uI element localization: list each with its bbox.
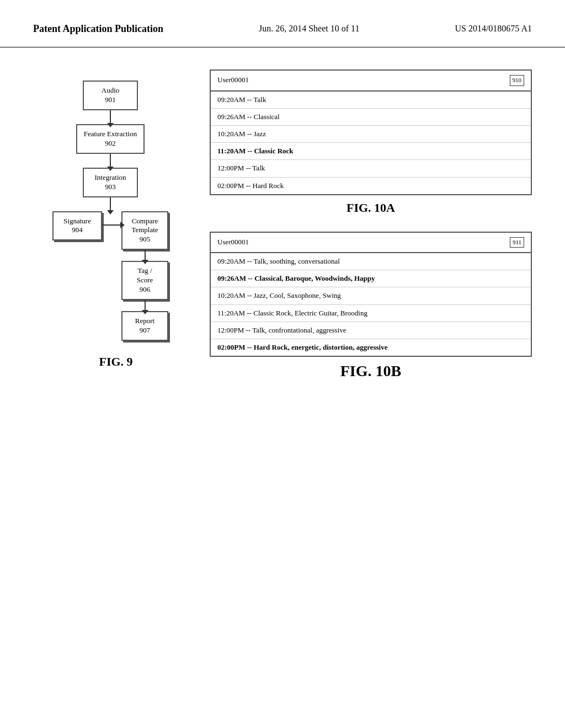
sheet-info: Jun. 26, 2014 Sheet 10 of 11 xyxy=(259,22,360,35)
fig10b-row5: 12:00PM -- Talk, confrontational, aggres… xyxy=(211,322,531,339)
patent-number: US 2014/0180675 A1 xyxy=(455,22,532,35)
table-row: 09:20AM -- Talk xyxy=(211,91,531,109)
table-row: 09:26AM -- Classical, Baroque, Woodwinds… xyxy=(211,270,531,287)
fig9-label: FIG. 9 xyxy=(99,355,132,369)
fig10b-row3: 10:20AM -- Jazz, Cool, Saxophone, Swing xyxy=(211,287,531,304)
fig10a-badge: 910 xyxy=(510,75,525,85)
fig10b-container: User00001 911 09:20AM -- Talk, soothing,… xyxy=(210,232,532,381)
table-row: 10:20AM -- Jazz, Cool, Saxophone, Swing xyxy=(211,287,531,304)
fig10a-row4: 11:20AM -- Classic Rock xyxy=(211,143,531,160)
fig10a-row6: 02:00PM -- Hard Rock xyxy=(211,177,531,194)
arrow-sig-to-compare xyxy=(102,224,121,226)
table-row: 02:00PM -- Hard Rock, energetic, distort… xyxy=(211,339,531,356)
table-row: 10:20AM -- Jazz xyxy=(211,125,531,142)
fig10b-table: User00001 911 09:20AM -- Talk, soothing,… xyxy=(211,233,531,356)
fig10b-badge: 911 xyxy=(510,237,524,248)
fig10a-row2: 09:26AM -- Classical xyxy=(211,108,531,125)
audio-label: Audio901 xyxy=(102,86,120,104)
fig10b-header-row: User00001 911 xyxy=(211,233,531,253)
table-row: 11:20AM -- Classic Rock, Electric Guitar… xyxy=(211,304,531,322)
table-row: 12:00PM -- Talk, confrontational, aggres… xyxy=(211,322,531,339)
fig10b-user-header: User00001 911 xyxy=(211,233,531,253)
page-header: Patent Application Publication Jun. 26, … xyxy=(0,0,565,47)
arrow-tag-to-report xyxy=(145,300,146,311)
table-row: 02:00PM -- Hard Rock xyxy=(211,177,531,194)
fig10b-row1: 09:20AM -- Talk, soothing, conversationa… xyxy=(211,253,531,270)
tag-score-box: Tag /Score906 xyxy=(121,261,168,300)
fig10b-label: FIG. 10B xyxy=(210,362,532,380)
arrow-feature-to-integration xyxy=(110,154,111,168)
table-row: 11:20AM -- Classic Rock xyxy=(211,143,531,160)
fig10a-row5: 12:00PM -- Talk xyxy=(211,160,531,177)
table-row: 09:26AM -- Classical xyxy=(211,108,531,125)
fig10b-row2: 09:26AM -- Classical, Baroque, Woodwinds… xyxy=(211,270,531,287)
fig10b-row6: 02:00PM -- Hard Rock, energetic, distort… xyxy=(211,339,531,356)
audio-box: Audio901 xyxy=(83,81,138,110)
publication-title: Patent Application Publication xyxy=(33,22,163,36)
fig10b-row4: 11:20AM -- Classic Rock, Electric Guitar… xyxy=(211,304,531,322)
fig10a-table: User00001 910 09:20AM -- Talk 09:26AM --… xyxy=(211,71,531,194)
main-content: Audio901 Feature Extraction902 Integrati… xyxy=(0,47,565,402)
fig10-area: User00001 910 09:20AM -- Talk 09:26AM --… xyxy=(210,69,532,380)
fig10a-row3: 10:20AM -- Jazz xyxy=(211,125,531,142)
fig9-area: Audio901 Feature Extraction902 Integrati… xyxy=(33,69,188,380)
arrow-integration-to-signature xyxy=(110,197,111,211)
integration-box: Integration903 xyxy=(83,168,138,197)
fig10a-row1: 09:20AM -- Talk xyxy=(211,91,531,109)
signature-box: Signature904 xyxy=(52,211,102,241)
fig10a-user-header: User00001 910 xyxy=(211,71,531,90)
arrow-compare-to-tag xyxy=(145,250,146,261)
fig10a-label: FIG. 10A xyxy=(210,201,532,215)
table-row: 09:20AM -- Talk, soothing, conversationa… xyxy=(211,253,531,270)
fig10a-table-container: User00001 910 09:20AM -- Talk 09:26AM --… xyxy=(210,69,532,195)
feature-extraction-label: Feature Extraction902 xyxy=(84,130,137,147)
fig10a-header-row: User00001 910 xyxy=(211,71,531,90)
integration-label: Integration903 xyxy=(94,173,126,191)
fig10b-table-container: User00001 911 09:20AM -- Talk, soothing,… xyxy=(210,232,532,357)
fig10a-container: User00001 910 09:20AM -- Talk 09:26AM --… xyxy=(210,69,532,215)
feature-extraction-box: Feature Extraction902 xyxy=(76,124,145,154)
table-row: 12:00PM -- Talk xyxy=(211,160,531,177)
arrow-audio-to-feature xyxy=(110,110,111,124)
report-box: Report907 xyxy=(121,311,168,341)
compare-template-box: CompareTemplate905 xyxy=(121,211,168,250)
